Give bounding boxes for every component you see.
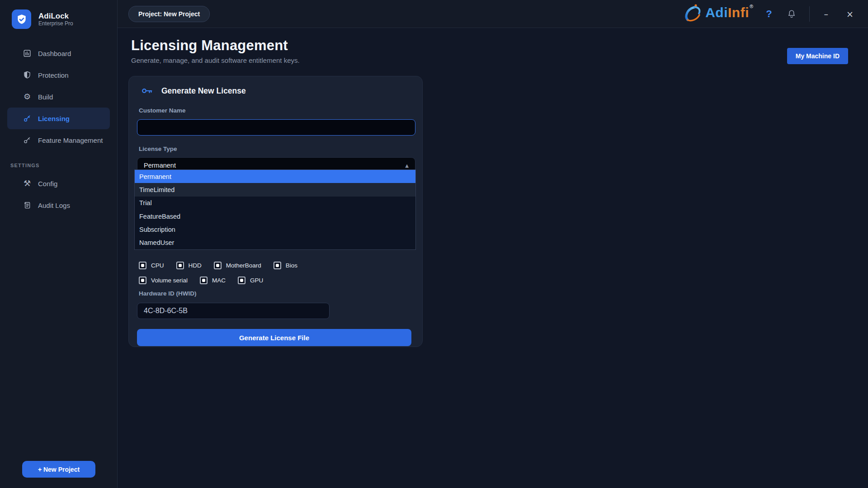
sidebar-item-label: Build [38, 93, 53, 101]
key-icon [142, 86, 153, 96]
logo-text-adi: Adi [705, 5, 728, 20]
titlebar-divider [809, 6, 810, 22]
caret-up-icon: ▲ [405, 163, 409, 168]
checkbox-label: HDD [189, 262, 202, 269]
checkbox-checked-icon [200, 277, 208, 284]
hwid-label: Hardware ID (HWID) [137, 290, 414, 298]
logo-text-infi: Infi [728, 5, 749, 20]
hardware-lock-checkbox-gpu[interactable]: GPU [238, 277, 263, 284]
brand-edition: Enterprise Pro [38, 20, 73, 27]
card-title: Generate New License [161, 86, 246, 96]
hardware-lock-checkbox-hdd[interactable]: HDD [176, 262, 202, 269]
hardware-lock-checkbox-motherboard[interactable]: MotherBoard [214, 262, 261, 269]
sidebar-item-label: Audit Logs [38, 202, 70, 209]
checkbox-checked-icon [214, 262, 222, 269]
generate-license-button[interactable]: Generate License File [137, 329, 411, 346]
sidebar-item-build[interactable]: ⚙ Build [7, 86, 110, 108]
sidebar-item-audit-logs[interactable]: Audit Logs [7, 194, 110, 216]
hardware-lock-checkbox-bios[interactable]: Bios [274, 262, 297, 269]
key-outline-icon [23, 136, 32, 145]
adiinfi-logo: AdiInfi ® [684, 3, 753, 25]
new-project-button[interactable]: + New Project [22, 461, 95, 478]
customer-name-label: Customer Name [137, 107, 414, 115]
hardware-lock-checkbox-cpu[interactable]: CPU [139, 262, 164, 269]
customer-name-input[interactable] [137, 119, 415, 136]
license-type-option-subscription[interactable]: Subscription [135, 223, 415, 236]
sidebar-item-dashboard[interactable]: Dashboard [7, 42, 110, 64]
scroll-icon [23, 201, 32, 210]
sidebar-item-label: Protection [38, 71, 69, 79]
generate-license-card: Generate New License Customer Name Licen… [128, 76, 423, 347]
sidebar: AdiLock Enterprise Pro Dashboard [0, 0, 118, 488]
license-type-dropdown: Permanent TimeLimited Trial FeatureBased… [134, 169, 416, 250]
sidebar-item-label: Dashboard [38, 50, 71, 57]
license-type-selected-value: Permanent [144, 162, 176, 169]
sidebar-item-label: Config [38, 180, 57, 188]
license-type-label: License Type [137, 145, 414, 154]
license-type-option-featurebased[interactable]: FeatureBased [135, 210, 415, 223]
bell-icon [787, 9, 797, 19]
hwid-input[interactable] [137, 303, 330, 319]
help-button[interactable]: ? [764, 8, 774, 20]
bar-chart-icon [23, 49, 32, 58]
license-type-option-trial[interactable]: Trial [135, 197, 415, 210]
close-button[interactable]: × [843, 9, 857, 19]
checkbox-checked-icon [238, 277, 245, 284]
minimize-button[interactable]: – [821, 9, 832, 19]
adiinfi-logo-mark-icon [684, 3, 704, 25]
page-subtitle: Generate, manage, and audit software ent… [131, 56, 868, 64]
sidebar-item-label: Licensing [38, 115, 70, 122]
shield-logo-icon [12, 9, 31, 29]
checkbox-checked-icon [139, 277, 146, 284]
checkbox-label: CPU [151, 262, 164, 269]
checkbox-label: GPU [250, 277, 263, 284]
my-machine-id-button[interactable]: My Machine ID [787, 48, 848, 64]
brand-name: AdiLock [38, 12, 73, 21]
checkbox-checked-icon [274, 262, 281, 269]
checkbox-label: Bios [286, 262, 297, 269]
checkbox-label: MAC [212, 277, 226, 284]
page-title: Licensing Management [131, 38, 868, 54]
license-type-option-nameduser[interactable]: NamedUser [135, 236, 415, 249]
sidebar-item-label: Feature Management [38, 136, 103, 144]
key-icon [23, 114, 32, 123]
project-pill[interactable]: Project: New Project [128, 6, 210, 22]
app-logo: AdiLock Enterprise Pro [0, 0, 117, 29]
shield-half-icon [23, 70, 32, 80]
checkbox-checked-icon [176, 262, 184, 269]
hardware-lock-checkbox-volume-serial[interactable]: Volume serial [139, 277, 188, 284]
notifications-button[interactable] [785, 7, 798, 21]
checkbox-label: MotherBoard [226, 262, 261, 269]
checkbox-label: Volume serial [151, 277, 188, 284]
sidebar-nav: Dashboard Protection ⚙ Build [0, 42, 117, 216]
app-window: AdiLock Enterprise Pro Dashboard [0, 0, 868, 488]
checkbox-checked-icon [139, 262, 146, 269]
license-type-option-permanent[interactable]: Permanent [135, 170, 415, 183]
main-content: Licensing Management Generate, manage, a… [118, 28, 868, 488]
license-type-option-timelimited[interactable]: TimeLimited [135, 183, 415, 196]
sidebar-item-feature-management[interactable]: Feature Management [7, 129, 110, 151]
tools-icon: ⚒ [23, 179, 32, 188]
sidebar-item-config[interactable]: ⚒ Config [7, 173, 110, 194]
registered-mark: ® [750, 4, 753, 9]
titlebar: Project: New Project [118, 0, 868, 28]
settings-section-label: SETTINGS [10, 163, 117, 168]
sidebar-item-licensing[interactable]: Licensing [7, 108, 110, 129]
hardware-lock-checkbox-mac[interactable]: MAC [200, 277, 226, 284]
gear-icon: ⚙ [23, 92, 32, 101]
sidebar-item-protection[interactable]: Protection [7, 64, 110, 86]
